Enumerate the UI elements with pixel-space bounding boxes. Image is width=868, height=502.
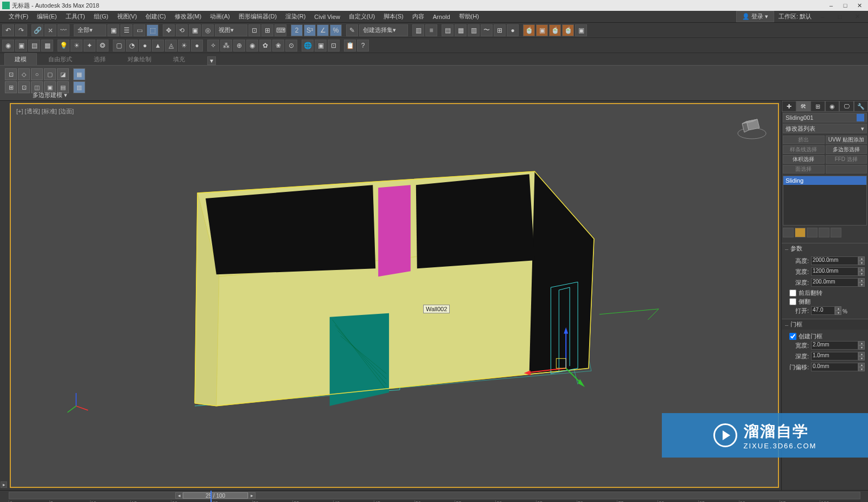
ribbon-tab-populate[interactable]: 填充 bbox=[163, 53, 195, 65]
schematic-view-button[interactable]: ⊞ bbox=[494, 24, 506, 36]
modifier-stack-item[interactable]: Sliding bbox=[783, 176, 866, 185]
tb2-7[interactable]: ✦ bbox=[84, 40, 95, 52]
tab-display[interactable]: 🖵 bbox=[839, 101, 854, 112]
configure-sets-button[interactable] bbox=[831, 228, 841, 237]
ref-coord-system[interactable]: 视图 ▾ bbox=[215, 24, 247, 36]
tb2-2[interactable]: ▣ bbox=[15, 40, 27, 52]
login-button[interactable]: 👤 登录 ▾ bbox=[736, 11, 774, 22]
pivot-center-button[interactable]: ⊡ bbox=[248, 24, 260, 36]
ribbon-btn-2[interactable]: ◇ bbox=[18, 68, 30, 80]
keyboard-shortcut-button[interactable]: ⌨ bbox=[275, 24, 286, 36]
ribbon-btn-7[interactable]: ⊞ bbox=[5, 81, 17, 93]
light-icon[interactable]: 💡 bbox=[58, 40, 69, 52]
spin-up-icon[interactable]: ▴ bbox=[835, 306, 841, 311]
ribbon-btn-5[interactable]: ◪ bbox=[57, 68, 69, 80]
tb2-24[interactable]: ▣ bbox=[315, 40, 327, 52]
viewport-play-icon[interactable]: ▸ bbox=[1, 481, 7, 488]
tb2-21[interactable]: ❀ bbox=[272, 40, 284, 52]
view-cube[interactable] bbox=[736, 111, 768, 143]
select-object-button[interactable]: ▣ bbox=[107, 24, 119, 36]
slider-prev-icon[interactable]: ◂ bbox=[175, 492, 183, 499]
undo-button[interactable]: ↶ bbox=[2, 24, 14, 36]
spin-down-icon[interactable]: ▾ bbox=[835, 311, 841, 315]
menu-scripting[interactable]: 脚本(S) bbox=[379, 11, 408, 22]
selection-filter[interactable]: 全部 ▾ bbox=[74, 24, 106, 36]
ribbon-btn-12[interactable]: ▥ bbox=[73, 81, 85, 93]
flip-front-checkbox[interactable]: 前后翻转 bbox=[785, 288, 865, 297]
unlink-button[interactable]: ⤫ bbox=[44, 24, 56, 36]
manipulate-button[interactable]: ⊞ bbox=[261, 24, 273, 36]
rollout-params-header[interactable]: 参数 bbox=[782, 243, 868, 254]
tb2-18[interactable]: ⊕ bbox=[233, 40, 245, 52]
tab-modify[interactable]: 🛠 bbox=[796, 101, 811, 112]
modifier-stack[interactable]: Sliding bbox=[783, 176, 867, 226]
menu-file[interactable]: 文件(F) bbox=[4, 11, 33, 22]
snap-percent-button[interactable]: ∠ bbox=[317, 24, 329, 36]
ribbon-panel-label[interactable]: 多边形建模 ▾ bbox=[33, 91, 67, 99]
ribbon-toggle-button[interactable]: ▥ bbox=[468, 24, 480, 36]
menu-create[interactable]: 创建(C) bbox=[141, 11, 170, 22]
scene-explorer-button[interactable]: ▦ bbox=[455, 24, 467, 36]
doc-close[interactable]: ✕ bbox=[851, 12, 864, 21]
doc-restore[interactable]: □ bbox=[833, 12, 846, 21]
ribbon-tab-object-paint[interactable]: 对象绘制 bbox=[117, 53, 162, 65]
ribbon-tab-freeform[interactable]: 自由形式 bbox=[38, 53, 82, 65]
prim-box-icon[interactable]: ▢ bbox=[113, 40, 125, 52]
spin-up-icon[interactable]: ▴ bbox=[858, 256, 865, 261]
tb2-3[interactable]: ▤ bbox=[28, 40, 40, 52]
menu-graph-editors[interactable]: 图形编辑器(D) bbox=[234, 11, 281, 22]
ribbon-btn-4[interactable]: ▢ bbox=[44, 68, 56, 80]
moon-icon[interactable]: ● bbox=[191, 40, 203, 52]
menu-group[interactable]: 组(G) bbox=[90, 11, 113, 22]
rotate-button[interactable]: ⟲ bbox=[176, 24, 188, 36]
mirror-button[interactable]: ▥ bbox=[412, 24, 424, 36]
render-setup-button[interactable]: 🍵 bbox=[523, 24, 535, 36]
ribbon-btn-1[interactable]: ⊡ bbox=[5, 68, 17, 80]
create-frame-checkbox[interactable]: 创建门框 bbox=[785, 332, 865, 340]
workspace-selector[interactable]: 工作区: 默认 bbox=[778, 12, 812, 21]
param-open-input[interactable]: 47.0 bbox=[811, 306, 835, 315]
spin-down-icon[interactable]: ▾ bbox=[858, 356, 865, 361]
tb2-1[interactable]: ◉ bbox=[2, 40, 14, 52]
make-unique-button[interactable] bbox=[807, 228, 818, 237]
render-production-button[interactable]: 🍵 bbox=[562, 24, 574, 36]
snap-spinner-button[interactable]: % bbox=[330, 24, 342, 36]
menu-animation[interactable]: 动画(A) bbox=[206, 11, 234, 22]
spin-up-icon[interactable]: ▴ bbox=[858, 363, 865, 367]
qbtn-extrude[interactable]: 挤出 bbox=[783, 136, 825, 144]
qbtn-poly-sel[interactable]: 多边形选择 bbox=[826, 145, 867, 154]
tb2-23[interactable]: 🌐 bbox=[302, 40, 314, 52]
ribbon-toggle-icon[interactable]: ▾ bbox=[207, 56, 216, 65]
ribbon-btn-3[interactable]: ○ bbox=[31, 68, 43, 80]
tb2-8[interactable]: ❂ bbox=[97, 40, 108, 52]
tab-motion[interactable]: ◉ bbox=[825, 101, 840, 112]
ribbon-btn-8[interactable]: ⊡ bbox=[18, 81, 30, 93]
tb2-22[interactable]: ⊙ bbox=[285, 40, 297, 52]
viewport-label[interactable]: [+] [透视] [标准] [边面] bbox=[16, 107, 74, 115]
minimize-button[interactable]: – bbox=[825, 1, 838, 10]
spin-up-icon[interactable]: ▴ bbox=[858, 278, 865, 282]
render-frame-button[interactable]: ▣ bbox=[536, 24, 548, 36]
spin-up-icon[interactable]: ▴ bbox=[858, 341, 865, 345]
redo-button[interactable]: ↷ bbox=[15, 24, 27, 36]
render-iterative-button[interactable]: ▣ bbox=[575, 24, 587, 36]
tab-utilities[interactable]: 🔧 bbox=[854, 101, 869, 112]
prim-sphere-icon[interactable]: ◔ bbox=[126, 40, 138, 52]
show-end-result-button[interactable] bbox=[795, 228, 806, 237]
layer-explorer-button[interactable]: ▤ bbox=[442, 24, 454, 36]
material-editor-button[interactable]: ● bbox=[507, 24, 519, 36]
frame-width-input[interactable]: 2.0mm bbox=[811, 341, 858, 350]
remove-modifier-button[interactable] bbox=[819, 228, 829, 237]
spin-down-icon[interactable]: ▾ bbox=[858, 272, 865, 276]
timeline[interactable]: ◂ 25 / 100 ▸ 051015202530354045505560657… bbox=[0, 490, 868, 502]
qbtn-spline-sel[interactable]: 样条线选择 bbox=[783, 145, 825, 154]
spin-down-icon[interactable]: ▾ bbox=[858, 345, 865, 350]
flip-side-checkbox[interactable]: 侧翻 bbox=[785, 297, 865, 306]
ribbon-btn-6[interactable]: ▦ bbox=[73, 68, 85, 80]
ribbon-tab-modeling[interactable]: 建模 bbox=[4, 53, 37, 65]
placement-button[interactable]: ◎ bbox=[202, 24, 214, 36]
menu-help[interactable]: 帮助(H) bbox=[455, 11, 483, 22]
curve-editor-button[interactable]: 〜 bbox=[481, 24, 493, 36]
time-marker[interactable] bbox=[210, 491, 212, 502]
spin-up-icon[interactable]: ▴ bbox=[858, 352, 865, 356]
